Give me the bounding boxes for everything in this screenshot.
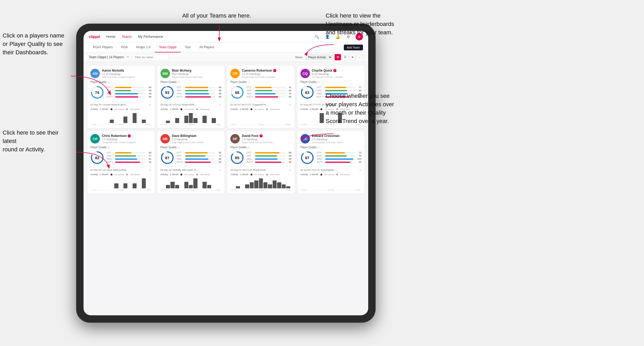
player-club: Sag Maging Golf Club, United Kingdom <box>172 141 206 144</box>
chart-labels: 31 Jul 21 Aug 4 Sep <box>230 123 292 125</box>
stat-value: 84 <box>216 86 221 89</box>
stat-name: PUTT <box>317 95 324 98</box>
quality-circle[interactable]: 87 <box>160 151 174 164</box>
chart-label-end: 4 Sep <box>146 124 150 125</box>
player-card[interactable]: DF David Ford ✓ 1-5 Handicap Royal North… <box>227 131 295 194</box>
tab-all-players[interactable]: All Players <box>195 42 219 52</box>
chart-label-start: 31 Jul <box>91 189 96 191</box>
tab-tour[interactable]: Tour <box>181 42 195 52</box>
player-name[interactable]: Dave Billingham <box>172 134 222 138</box>
quality-circle[interactable]: 68 <box>230 86 244 99</box>
tab-pgat-players[interactable]: PGAT Players <box>89 42 117 52</box>
chart-bars <box>230 111 292 123</box>
recent-arrow-icon: → <box>359 168 361 172</box>
stat-name: ARG <box>317 92 324 95</box>
activity-section: Activity · 1 Month On course Off course … <box>300 173 362 190</box>
stat-value: 95 <box>216 95 221 98</box>
recent-round[interactable]: 26 Aug 23 | 84 (+12), Royal North Devon … <box>230 167 292 172</box>
stat-bar <box>185 87 215 88</box>
card-header: CQ Charlie Quick ✓ 6-10 Handicap St. Geo… <box>300 69 362 78</box>
player-quality-label: Player Quality ⓘ <box>300 146 362 149</box>
activity-chart: 31 Jul 21 Aug 4 Sep <box>230 177 292 190</box>
chart-labels: 31 Jul 21 Aug 4 Sep <box>90 188 152 191</box>
player-name[interactable]: Aaron Nicholls <box>102 69 152 72</box>
filter-input[interactable] <box>132 54 169 60</box>
nav-my-performance[interactable]: My Performance <box>138 35 163 39</box>
player-name[interactable]: David Ford ✓ <box>242 134 292 138</box>
player-club: St. George's Hill GC - Weybridge - Surre… <box>312 76 346 78</box>
verified-badge: ✓ <box>128 134 131 137</box>
card-header: CR Chris Robertson ✓ 1-5 Handicap Craigs… <box>90 134 152 144</box>
list-view-button[interactable]: ☰ <box>342 54 348 60</box>
stat-name: PUTT <box>247 161 254 163</box>
player-info: Chris Robertson ✓ 1-5 Handicap Craigsmil… <box>102 134 152 144</box>
ipad-screen: clippd Home Teams My Performance 🔍 👤 🔔 ⚙… <box>84 31 368 315</box>
quality-number: 83 <box>305 90 309 95</box>
arrow-heatmaps <box>305 42 336 58</box>
add-team-button[interactable]: Add Team <box>344 45 363 50</box>
player-handicap: 1-5 Handicap <box>172 138 222 141</box>
activity-section: Activity · 1 Month On course Off course … <box>230 173 292 190</box>
quality-circle[interactable]: 85 <box>230 151 244 164</box>
filter-button[interactable]: ▼ <box>349 54 356 60</box>
quality-circle[interactable]: 93 <box>160 86 174 99</box>
player-card[interactable]: CR Cameron Robertson ✓ 11-15 Handicap Ro… <box>227 66 295 128</box>
stat-value: 74 <box>216 155 221 157</box>
team-label: Team Clippd | 14 Players <box>89 55 124 59</box>
player-name[interactable]: Blair McHarg <box>172 69 222 72</box>
player-name[interactable]: Cameron Robertson ✓ <box>242 69 292 72</box>
nav-home[interactable]: Home <box>106 35 115 39</box>
activity-header: Activity · 1 Month On course Off course <box>160 108 222 110</box>
card-header: DF David Ford ✓ 1-5 Handicap Royal North… <box>230 134 292 144</box>
tab-team-clippd[interactable]: Team Clippd <box>155 42 181 52</box>
activity-header: Activity · 1 Month On course Off course <box>230 173 292 176</box>
activity-chart: 31 Jul 21 Aug 4 Sep <box>160 111 222 125</box>
recent-round[interactable]: 04 Sep 23 | Mobility with coach, Gym → <box>160 167 222 172</box>
recent-round[interactable]: 26 Aug 23 | 73 (+1), Royal North Devon G… <box>160 101 222 106</box>
on-course-dot <box>320 108 322 110</box>
nav-teams[interactable]: Teams <box>122 35 132 39</box>
stat-bar <box>185 90 215 91</box>
player-handicap: 1-5 Handicap <box>242 138 292 141</box>
app-logo: clippd <box>89 34 100 39</box>
stat-name: APP <box>247 155 254 157</box>
chart-label-end: 4 Sep <box>285 124 290 125</box>
chart-bars <box>230 177 292 188</box>
on-course-label: On course <box>324 173 334 176</box>
player-card[interactable]: BM Blair McHarg Plus Handicap Royal Nort… <box>157 66 225 128</box>
annotation-click-player: Click on a players nameor Player Quality… <box>3 31 64 57</box>
on-course-label: On course <box>255 108 264 110</box>
off-course-dot <box>336 174 338 175</box>
player-handicap: Plus Handicap <box>172 73 222 76</box>
activity-chart: 31 Jul 21 Aug 4 Sep <box>90 111 152 125</box>
annotation-teams-here: All of your Teams are here. <box>181 12 252 20</box>
player-name[interactable]: Charlie Quick ✓ <box>312 69 362 72</box>
off-course-dot <box>266 108 268 110</box>
edit-team-icon[interactable]: ✏ <box>127 55 129 59</box>
off-course-dot <box>126 108 128 110</box>
ipad-shell: clippd Home Teams My Performance 🔍 👤 🔔 ⚙… <box>76 24 376 323</box>
quality-circle[interactable]: 83 <box>300 86 314 99</box>
player-info: Dave Billingham 1-5 Handicap Sag Maging … <box>172 134 222 144</box>
chart-label-start: 31 Jul <box>302 189 307 191</box>
tab-pga[interactable]: PGA <box>117 42 132 52</box>
player-name[interactable]: Chris Robertson ✓ <box>102 134 152 138</box>
recent-round[interactable]: 02 Jul 23 | 59 (+17), Craigsmill Park GC… <box>230 101 292 106</box>
activity-title: Activity · 1 Month <box>300 108 319 110</box>
stat-bar <box>255 162 285 163</box>
stat-name: OTT <box>177 86 184 89</box>
chart-label-mid: 21 Aug <box>118 124 124 125</box>
activity-header: Activity · 1 Month On course Off course <box>90 108 152 110</box>
quality-number: 87 <box>305 156 309 160</box>
quality-circle[interactable]: 87 <box>300 151 314 164</box>
recent-round[interactable]: 18 Jul 23 | 74 (+4), Sunningdale GC - Ol… <box>300 167 362 172</box>
stat-bar <box>325 155 355 157</box>
tab-hcaps[interactable]: Hcaps 1-5 <box>132 42 155 52</box>
search-icon[interactable]: 🔍 <box>314 34 320 40</box>
stats-grid: OTT 82 APP 74 ARG 85 PUTT 94 <box>177 151 222 164</box>
chart-label-end: 4 Sep <box>216 124 220 125</box>
player-avatar: DB <box>160 134 170 143</box>
sort-button[interactable]: ↕ <box>357 54 363 60</box>
player-card[interactable]: DB Dave Billingham 1-5 Handicap Sag Magi… <box>157 131 225 194</box>
stats-grid: OTT 84 APP 85 ARG 88 PUTT 95 <box>177 86 222 99</box>
